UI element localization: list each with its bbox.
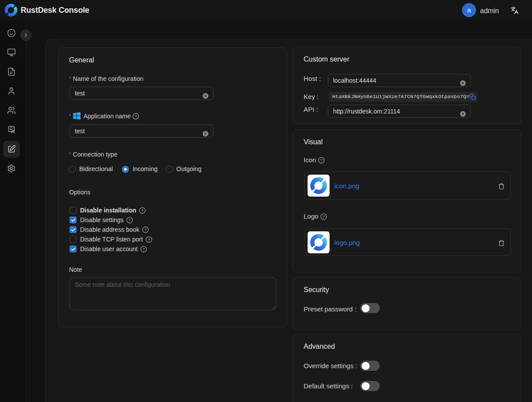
svg-text:?: ? [128,218,131,222]
svg-text:?: ? [135,114,137,119]
svg-text:?: ? [144,227,147,232]
svg-text:?: ? [148,237,150,241]
svg-text:?: ? [320,158,323,163]
svg-text:?: ? [143,247,145,251]
svg-text:?: ? [141,208,143,212]
svg-text:?: ? [323,215,325,219]
